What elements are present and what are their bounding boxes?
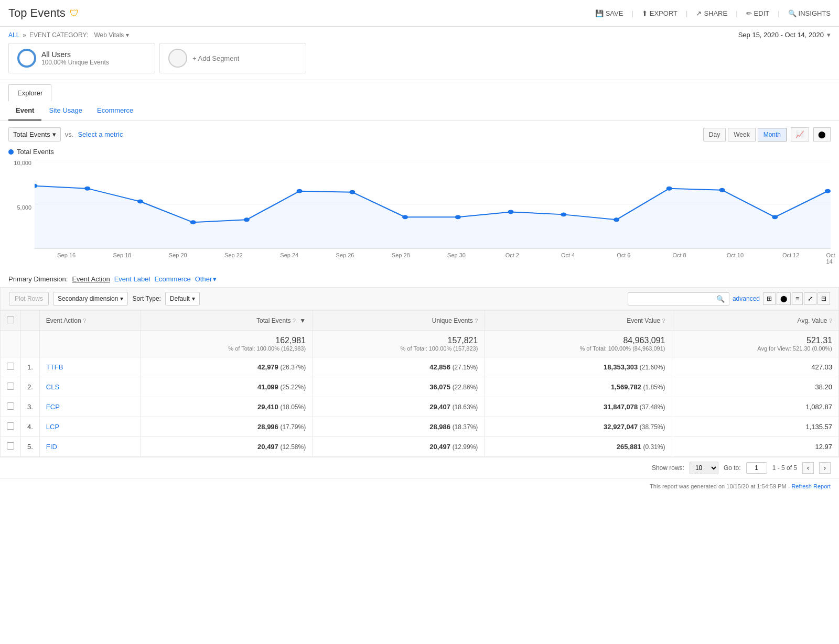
goto-input[interactable] — [746, 462, 767, 474]
legend-label: Total Events — [17, 148, 54, 156]
col-unique-events-header: Unique Events ? — [313, 311, 485, 331]
edit-button[interactable]: ✏ EDIT — [746, 9, 770, 17]
table-row: 3. FCP 29,410 (18.05%) 29,407 (18.63%) 3… — [1, 397, 839, 417]
dim-event-label[interactable]: Event Label — [114, 275, 150, 283]
dim-event-action[interactable]: Event Action — [72, 275, 110, 283]
data-table: Event Action ? Total Events ? ▼ Unique E… — [0, 310, 839, 457]
separator: | — [736, 9, 737, 17]
row-event-value: 1,569,782 (1.85%) — [485, 377, 672, 397]
svg-point-11 — [402, 215, 408, 219]
row-select-checkbox[interactable] — [7, 402, 14, 410]
svg-point-13 — [508, 210, 514, 214]
row-unique-events: 28,986 (18.37%) — [313, 417, 485, 437]
explorer-tab[interactable]: Explorer — [8, 84, 51, 101]
segment-desc: 100.00% Unique Events — [41, 59, 109, 66]
col-checkbox — [1, 311, 21, 331]
breadcrumb-all[interactable]: ALL — [8, 31, 19, 39]
custom-view-button[interactable]: ⊟ — [818, 292, 830, 305]
row-num: 3. — [21, 397, 40, 417]
totals-check — [1, 331, 21, 357]
chevron-down-icon: ▾ — [827, 31, 831, 39]
segment-name: All Users — [41, 50, 109, 59]
row-select-checkbox[interactable] — [7, 383, 14, 390]
event-action-link[interactable]: LCP — [46, 423, 59, 431]
col-event-value-header: Event Value ? — [485, 311, 672, 331]
secondary-dimension-dropdown[interactable]: Secondary dimension ▾ — [53, 292, 128, 305]
segments-bar: All Users 100.00% Unique Events + Add Se… — [0, 43, 839, 80]
row-total-events: 29,410 (18.05%) — [140, 397, 312, 417]
svg-point-17 — [719, 188, 725, 192]
event-action-link[interactable]: FCP — [46, 403, 60, 411]
save-button[interactable]: 💾 SAVE — [595, 9, 623, 17]
insights-button[interactable]: 🔍 INSIGHTS — [788, 9, 831, 17]
chart-controls-left: Total Events ▾ vs. Select a metric — [8, 127, 123, 141]
row-checkbox — [1, 357, 21, 377]
row-total-events: 20,497 (12.58%) — [140, 437, 312, 457]
export-button[interactable]: ⬆ EXPORT — [642, 9, 677, 17]
dim-other[interactable]: Other ▾ — [195, 275, 217, 283]
sort-type-dropdown[interactable]: Default ▾ — [165, 292, 200, 305]
next-page-button[interactable]: › — [819, 462, 831, 474]
row-select-checkbox[interactable] — [7, 422, 14, 430]
table-controls: Plot Rows Secondary dimension ▾ Sort Typ… — [0, 287, 839, 310]
col-avg-value-header: Avg. Value ? — [672, 311, 838, 331]
select-metric-link[interactable]: Select a metric — [78, 130, 123, 138]
legend-dot — [8, 149, 14, 155]
metric-dropdown[interactable]: Total Events ▾ — [8, 127, 61, 141]
row-num: 4. — [21, 417, 40, 437]
table-view-button[interactable]: ⊞ — [763, 292, 776, 305]
totals-avg-value: 521.31 Avg for View: 521.30 (0.00%) — [672, 331, 838, 357]
row-checkbox — [1, 377, 21, 397]
event-action-link[interactable]: CLS — [46, 383, 59, 391]
search-input[interactable] — [632, 295, 716, 302]
totals-row: 162,981 % of Total: 100.00% (162,983) 15… — [1, 331, 839, 357]
goto-label: Go to: — [724, 464, 741, 472]
week-button[interactable]: Week — [728, 128, 755, 141]
row-num: 5. — [21, 437, 40, 457]
month-button[interactable]: Month — [758, 128, 787, 141]
prev-page-button[interactable]: ‹ — [802, 462, 814, 474]
tab-event[interactable]: Event — [8, 101, 41, 121]
pivot-view-button[interactable]: ⤢ — [804, 292, 816, 305]
event-action-link[interactable]: FID — [46, 443, 57, 451]
pie-view-button[interactable]: ⬤ — [777, 292, 791, 305]
breadcrumb-bar: ALL » EVENT CATEGORY: Web Vitals ▾ Sep 1… — [0, 27, 839, 43]
col-total-events-header[interactable]: Total Events ? ▼ — [140, 311, 312, 331]
chevron-down-icon: ▾ — [213, 275, 217, 283]
date-range-picker[interactable]: Sep 15, 2020 - Oct 14, 2020 ▾ — [738, 31, 831, 39]
row-total-events: 41,099 (25.22%) — [140, 377, 312, 397]
breadcrumb-separator: » — [23, 31, 26, 39]
totals-label — [39, 331, 140, 357]
add-segment-button[interactable]: + Add Segment — [159, 43, 306, 73]
line-chart-button[interactable]: 📈 — [791, 127, 809, 141]
row-event-value: 265,881 (0.31%) — [485, 437, 672, 457]
row-avg-value: 1,135.57 — [672, 417, 838, 437]
add-segment-icon — [168, 49, 187, 68]
dim-ecommerce[interactable]: Ecommerce — [154, 275, 190, 283]
select-all-checkbox[interactable] — [7, 316, 14, 323]
chart-container: 10,000 5,000 — [8, 160, 831, 265]
day-button[interactable]: Day — [703, 128, 726, 141]
rows-select[interactable]: 10 25 50 100 — [690, 462, 718, 474]
search-icon[interactable]: 🔍 — [716, 295, 725, 303]
scatter-chart-button[interactable]: ⬤ — [813, 127, 831, 141]
share-icon: ↗ — [696, 9, 702, 17]
row-select-checkbox[interactable] — [7, 363, 14, 370]
page-range: 1 - 5 of 5 — [772, 464, 797, 472]
segment-icon — [17, 49, 36, 68]
comparison-view-button[interactable]: ≡ — [792, 292, 803, 305]
row-select-checkbox[interactable] — [7, 442, 14, 450]
tab-site-usage[interactable]: Site Usage — [41, 101, 90, 121]
refresh-report-link[interactable]: Refresh Report — [791, 483, 831, 489]
row-event-action: CLS — [39, 377, 140, 397]
table-row: 5. FID 20,497 (12.58%) 20,497 (12.99%) 2… — [1, 437, 839, 457]
table-footer: Show rows: 10 25 50 100 Go to: 1 - 5 of … — [0, 457, 839, 478]
chart-plot — [35, 160, 831, 249]
row-event-action: FCP — [39, 397, 140, 417]
event-action-link[interactable]: TTFB — [46, 363, 63, 371]
svg-point-14 — [561, 212, 566, 216]
advanced-link[interactable]: advanced — [733, 295, 760, 302]
tab-ecommerce[interactable]: Ecommerce — [90, 101, 141, 121]
plot-rows-button[interactable]: Plot Rows — [9, 292, 49, 305]
share-button[interactable]: ↗ SHARE — [696, 9, 727, 17]
